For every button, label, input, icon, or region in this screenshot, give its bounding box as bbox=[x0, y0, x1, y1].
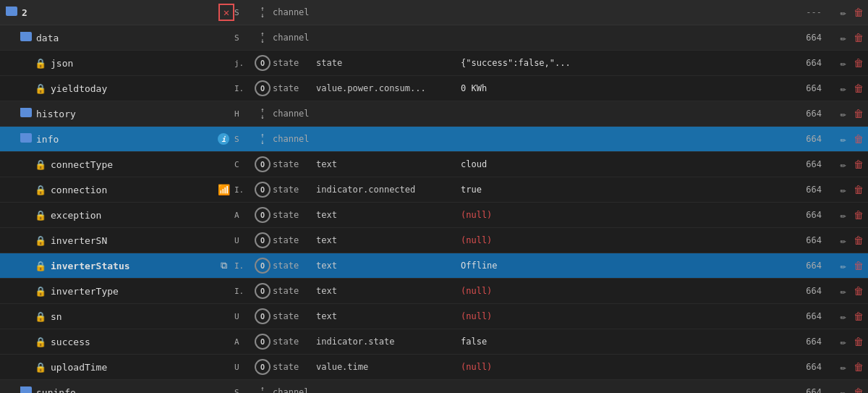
row-inverterType[interactable]: 🔒 inverterType I. O state text (null) 66… bbox=[0, 279, 868, 304]
copy-icon: ⧉ bbox=[218, 260, 229, 271]
delete-icon[interactable]: 🗑 bbox=[852, 56, 865, 70]
row-history[interactable]: history H ↑↓ channel 664 ✏ 🗑 bbox=[0, 101, 868, 127]
circle-O: O bbox=[255, 334, 271, 350]
lock-icon: 🔒 bbox=[35, 57, 46, 69]
row-exception-circle: O bbox=[252, 207, 273, 223]
row-history-circle: ↑↓ bbox=[252, 106, 273, 121]
row-info-name: info bbox=[3, 133, 213, 145]
row-info-actions: ✏ 🗑 bbox=[822, 132, 865, 146]
row-suninfo[interactable]: suninfo S ↑↓ channel 664 ✏ 🗑 bbox=[0, 380, 868, 393]
row-connectType-prefix: C bbox=[234, 160, 252, 169]
edit-icon[interactable]: ✏ bbox=[839, 81, 848, 96]
row-connection-state: state bbox=[273, 185, 316, 195]
row-2-actions: ✏ 🗑 bbox=[822, 5, 865, 20]
row-success-role: indicator.state bbox=[316, 337, 461, 347]
edit-icon[interactable]: ✏ bbox=[839, 385, 848, 393]
delete-icon[interactable]: 🗑 bbox=[852, 385, 865, 393]
row-info-circle: ↑↓ bbox=[252, 132, 273, 146]
lock-icon: 🔒 bbox=[35, 184, 46, 195]
row-suninfo-actions: ✏ 🗑 bbox=[822, 385, 865, 393]
edit-icon[interactable]: ✏ bbox=[839, 157, 848, 172]
row-history-prefix: H bbox=[234, 109, 252, 119]
row-inverterStatus-name: 🔒 inverterStatus bbox=[3, 260, 213, 271]
delete-icon[interactable]: 🗑 bbox=[852, 360, 865, 374]
delete-icon[interactable]: 🗑 bbox=[852, 233, 865, 248]
row-sn-prefix: U bbox=[234, 312, 252, 321]
row-connection[interactable]: 🔒 connection 📶 I. O state indicator.conn… bbox=[0, 177, 868, 203]
edit-icon[interactable]: ✏ bbox=[839, 132, 848, 146]
delete-icon[interactable]: 🗑 bbox=[852, 182, 865, 197]
row-success[interactable]: 🔒 success A O state indicator.state fals… bbox=[0, 329, 868, 355]
row-connectType-circle: O bbox=[252, 156, 273, 172]
row-sn-actions: ✏ 🗑 bbox=[822, 309, 865, 324]
delete-icon[interactable]: 🗑 bbox=[852, 309, 865, 324]
edit-icon[interactable]: ✏ bbox=[839, 360, 848, 374]
row-inverterStatus-prefix: I. bbox=[234, 261, 252, 271]
row-exception[interactable]: 🔒 exception A O state text (null) 664 ✏ … bbox=[0, 203, 868, 228]
circle-O: O bbox=[255, 156, 271, 172]
row-yieldtoday[interactable]: 🔒 yieldtoday I. O state value.power.cons… bbox=[0, 76, 868, 101]
row-uploadTime-perms: 664 bbox=[786, 362, 822, 372]
row-inverterStatus-circle: O bbox=[252, 258, 273, 274]
row-connection-perms: 664 bbox=[786, 185, 822, 195]
row-exception-state: state bbox=[273, 210, 316, 220]
delete-icon[interactable]: 🗑 bbox=[852, 334, 865, 349]
delete-icon[interactable]: 🗑 bbox=[852, 132, 865, 146]
delete-icon[interactable]: 🗑 bbox=[852, 284, 865, 298]
row-info[interactable]: info i S ↑↓ channel 664 ✏ 🗑 bbox=[0, 127, 868, 152]
row-inverterStatus[interactable]: 🔒 inverterStatus ⧉ I. O state text Offli… bbox=[0, 253, 868, 279]
edit-icon[interactable]: ✏ bbox=[839, 284, 848, 298]
lock-icon: 🔒 bbox=[35, 260, 46, 271]
row-sn[interactable]: 🔒 sn U O state text (null) 664 ✏ 🗑 bbox=[0, 304, 868, 329]
row-inverterStatus-value: Offline bbox=[461, 261, 786, 271]
edit-icon[interactable]: ✏ bbox=[839, 258, 848, 273]
delete-icon[interactable]: 🗑 bbox=[852, 81, 865, 96]
delete-icon[interactable]: 🗑 bbox=[852, 5, 865, 20]
row-uploadTime-prefix: U bbox=[234, 363, 252, 372]
row-inverterSN-state: state bbox=[273, 235, 316, 245]
row-yieldtoday-perms: 664 bbox=[786, 83, 822, 93]
row-exception-role: text bbox=[316, 210, 461, 220]
row-json-name: 🔒 json bbox=[3, 57, 213, 69]
row-json-role: state bbox=[316, 58, 461, 68]
row-info-prefix: S bbox=[234, 135, 252, 144]
row-inverterType-perms: 664 bbox=[786, 286, 822, 296]
row-json-state: state bbox=[273, 58, 316, 68]
row-data-circle: ↑↓ bbox=[252, 30, 273, 45]
row-inverterType-circle: O bbox=[252, 283, 273, 299]
edit-icon[interactable]: ✏ bbox=[839, 56, 848, 70]
lock-icon: 🔒 bbox=[35, 285, 46, 297]
row-uploadTime[interactable]: 🔒 uploadTime U O state value.time (null)… bbox=[0, 355, 868, 380]
x-badge bbox=[213, 4, 234, 21]
row-suninfo-perms: 664 bbox=[786, 387, 822, 393]
edit-icon[interactable]: ✏ bbox=[839, 233, 848, 248]
delete-icon[interactable]: 🗑 bbox=[852, 106, 865, 121]
edit-icon[interactable]: ✏ bbox=[839, 309, 848, 324]
row-connection-actions: ✏ 🗑 bbox=[822, 182, 865, 197]
edit-icon[interactable]: ✏ bbox=[839, 208, 848, 222]
row-connectType-actions: ✏ 🗑 bbox=[822, 157, 865, 172]
delete-icon[interactable]: 🗑 bbox=[852, 30, 865, 45]
row-success-perms: 664 bbox=[786, 337, 822, 347]
row-json[interactable]: 🔒 json j. O state state {"success":false… bbox=[0, 51, 868, 76]
row-history-name: history bbox=[3, 108, 213, 119]
delete-icon[interactable]: 🗑 bbox=[852, 258, 865, 273]
row-2[interactable]: 2 S ↑↓ channel --- ✏ 🗑 bbox=[0, 0, 868, 25]
row-sn-perms: 664 bbox=[786, 311, 822, 321]
edit-icon[interactable]: ✏ bbox=[839, 334, 848, 349]
edit-icon[interactable]: ✏ bbox=[839, 106, 848, 121]
edit-icon[interactable]: ✏ bbox=[839, 30, 848, 45]
row-data[interactable]: data S ↑↓ channel 664 ✏ 🗑 bbox=[0, 25, 868, 51]
edit-icon[interactable]: ✏ bbox=[839, 182, 848, 197]
row-connectType[interactable]: 🔒 connectType C O state text cloud 664 ✏… bbox=[0, 152, 868, 177]
folder-icon bbox=[20, 32, 32, 43]
row-inverterSN[interactable]: 🔒 inverterSN U O state text (null) 664 ✏… bbox=[0, 228, 868, 253]
edit-icon[interactable]: ✏ bbox=[839, 5, 848, 20]
row-exception-name: 🔒 exception bbox=[3, 209, 213, 221]
folder-icon bbox=[20, 108, 32, 119]
circle-O: O bbox=[255, 182, 271, 198]
delete-icon[interactable]: 🗑 bbox=[852, 157, 865, 172]
delete-icon[interactable]: 🗑 bbox=[852, 208, 865, 222]
folder-icon bbox=[20, 386, 32, 393]
lock-icon: 🔒 bbox=[35, 336, 46, 347]
